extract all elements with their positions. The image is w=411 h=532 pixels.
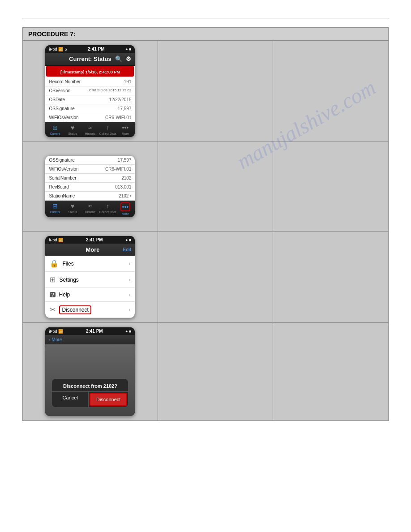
disconnect-button[interactable]: Disconnect [90,393,128,406]
time-1: 2:41 PM [88,47,105,51]
col-middle-1 [158,41,273,142]
procedure-row-3: iPod 📶 2:41 PM ● ■ More Edit 🔒 [23,232,388,323]
back-nav: ‹ More [45,335,135,344]
procedure-row-2: OSSignature 17,597 WiFiOsVersion CR6-WIF… [23,142,388,232]
settings-icon[interactable]: ⚙ [126,56,131,62]
col-image-4: iPod 📶 2:41 PM ● ■ ‹ More Disc [23,323,158,420]
procedure-row-4: iPod 📶 2:41 PM ● ■ ‹ More Disc [23,323,388,420]
tab-status[interactable]: ♥ Status [64,124,81,135]
tab-status-2[interactable]: ♥ Status [64,202,81,215]
col-middle-4 [158,323,273,420]
more-title: More [86,246,99,253]
col-right-2 [273,142,388,231]
tabbar-1[interactable]: ⊞ Current ♥ Status ≈ Historic ↑ [45,122,135,137]
ipod-label-1: iPod [49,47,57,51]
statusbar-1: iPod 📶 5 2:41 PM ● ■ [45,45,135,53]
data-row-record: Record Number 191 [45,77,135,86]
timestamp-row-1: [Timestamp] 1/5/16, 2:41:03 PM [60,70,120,74]
chevron-help: › [128,292,130,298]
chevron-files: › [128,261,130,267]
col-middle-2 [158,142,273,231]
statusbar-4: iPod 📶 2:41 PM ● ■ [45,327,135,335]
chevron-settings: › [128,277,130,283]
col-image-2: OSSignature 17,597 WiFiOsVersion CR6-WIF… [23,142,158,231]
data-row-osdate: OSDate 12/22/2015 [45,95,135,104]
menu-item-help[interactable]: ? Help › [45,288,135,302]
data-row-station: StationName 2102 › [45,192,135,201]
procedure-table: iPod 📶 5 2:41 PM ● ■ Current: Status 🔍 ⚙ [22,41,389,421]
tab-collect[interactable]: ↑ Collect Data [99,124,116,135]
data-row-wifi: WiFiOsVersion CR6-WIFI.01 [45,113,135,122]
tab-more-2[interactable]: ••• More [116,202,134,215]
help-icon: ? [50,292,55,297]
top-divider [22,18,389,18]
signal-1: 5 [64,47,67,51]
tab-current-2[interactable]: ⊞ Current [46,202,64,215]
dialog-box: Disconnect from 2102? Cancel Disconnect [52,379,128,407]
chevron-disconnect: › [128,307,130,313]
tab-historic[interactable]: ≈ Historic [81,124,99,135]
procedure-row-1: iPod 📶 5 2:41 PM ● ■ Current: Status 🔍 ⚙ [23,41,388,142]
procedure-header: PROCEDURE 7: [22,27,389,41]
iphone-screen-2: OSSignature 17,597 WiFiOsVersion CR6-WIF… [45,156,135,217]
tab-current[interactable]: ⊞ Current [46,124,64,135]
navbar-title-1: Current: Status [69,56,111,62]
dialog-overlay: Disconnect from 2102? Cancel Disconnect [45,344,135,416]
col-right-3 [273,232,388,322]
iphone-screen-3: iPod 📶 2:41 PM ● ■ More Edit 🔒 [45,236,135,318]
page-container: PROCEDURE 7: iPod 📶 5 2:41 PM ● ■ [0,0,411,439]
wifi-icon-1: 📶 [58,47,63,51]
disconnect-label: Disconnect [59,305,91,314]
col-right-1 [273,41,388,142]
menu-item-settings[interactable]: ⊞ Settings › [45,272,135,288]
menu-item-files[interactable]: 🔒 Files › [45,256,135,272]
cancel-button[interactable]: Cancel [52,392,89,407]
search-icon[interactable]: 🔍 [115,56,122,62]
tab-historic-2[interactable]: ≈ Historic [81,202,99,215]
content-2: OSSignature 17,597 WiFiOsVersion CR6-WIF… [45,156,135,201]
edit-button[interactable]: Edit [123,247,132,252]
tab-collect-2[interactable]: ↑ Collect Data [99,202,116,215]
disconnect-icon: ✂ [50,305,56,314]
dialog-title: Disconnect from 2102? [52,379,128,391]
iphone-screen-4: iPod 📶 2:41 PM ● ■ ‹ More Disc [45,327,135,416]
data-row-ossig2: OSSignature 17,597 [45,156,135,165]
files-icon: 🔒 [50,259,59,268]
tabbar-2[interactable]: ⊞ Current ♥ Status ≈ Historic ↑ [45,201,135,217]
battery-1: ● ■ [125,47,131,51]
col-image-3: iPod 📶 2:41 PM ● ■ More Edit 🔒 [23,232,158,322]
menu-item-disconnect[interactable]: ✂ Disconnect › [45,302,135,318]
data-row-osversion: OSVersion CR6.Std.03.2015.12.23.02 [45,86,135,95]
content-1: [Timestamp] 1/5/16, 2:41:03 PM Record Nu… [45,66,135,122]
more-header: More Edit [45,244,135,256]
settings-icon-2: ⊞ [50,275,56,284]
statusbar-3: iPod 📶 2:41 PM ● ■ [45,236,135,244]
navbar-1: Current: Status 🔍 ⚙ [45,53,135,65]
data-row-ossig: OSSignature 17,597 [45,104,135,113]
data-row-revboard: RevBoard 013.001 [45,183,135,192]
nav-icons-1[interactable]: 🔍 ⚙ [115,56,131,62]
back-label[interactable]: ‹ More [49,337,62,342]
dialog-buttons: Cancel Disconnect [52,391,128,407]
col-middle-3 [158,232,273,322]
col-right-4 [273,323,388,420]
tab-more[interactable]: ••• More [116,124,134,135]
iphone-screen-1: iPod 📶 5 2:41 PM ● ■ Current: Status 🔍 ⚙ [45,45,135,137]
data-row-serial: SerialNumber 2102 [45,174,135,183]
col-image-1: iPod 📶 5 2:41 PM ● ■ Current: Status 🔍 ⚙ [23,41,158,142]
data-row-wifi2: WiFiOsVersion CR6-WIFI.01 [45,165,135,174]
